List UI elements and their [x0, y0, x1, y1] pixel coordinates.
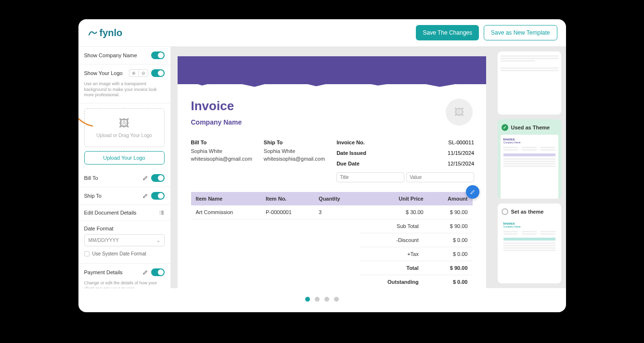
- show-company-label: Show Company Name: [84, 52, 137, 58]
- total-value: $ 90.00: [428, 261, 473, 275]
- list-icon: [159, 210, 165, 216]
- page-dot-3[interactable]: [324, 297, 329, 302]
- bill-to-section: Bill To Sophia White whitesisophia@gmail…: [191, 140, 252, 182]
- theme-preview-3: Invoice Company Name: [501, 219, 558, 283]
- page-dot-2[interactable]: [315, 297, 320, 302]
- invoice-header-banner: [178, 56, 486, 84]
- total-value: $ 0.00: [428, 233, 473, 247]
- show-company-toggle[interactable]: [151, 51, 165, 59]
- logo-dropzone[interactable]: 🖼 Upload or Drag Your Logo: [84, 108, 165, 147]
- page-dot-4[interactable]: [334, 297, 339, 302]
- date-format-select[interactable]: MM/DD/YYYY ⌄: [84, 234, 165, 246]
- bill-to-toggle[interactable]: [151, 174, 165, 182]
- cell-name: Art Commission: [191, 205, 261, 219]
- bill-to-row: Bill To: [78, 169, 170, 187]
- app-frame: Upload Your Logo to showcase your brand …: [78, 19, 566, 312]
- payment-toggle[interactable]: [151, 268, 165, 276]
- upload-logo-button[interactable]: Upload Your Logo: [84, 151, 165, 165]
- col-item-name: Item Name: [191, 192, 261, 205]
- page-dot-1[interactable]: [305, 297, 310, 302]
- payment-label: Payment Details: [84, 269, 123, 275]
- invoice-no-value: SL-000011: [448, 140, 474, 148]
- edit-icon[interactable]: [142, 269, 148, 275]
- bill-to-name: Sophia White: [191, 148, 252, 154]
- col-unit: Unit Price: [360, 192, 428, 205]
- show-company-row: Show Company Name: [78, 47, 170, 64]
- main-area: Show Company Name Show Your Logo ⊕ ⊖ Use…: [78, 47, 566, 288]
- dropzone-label: Upload or Drag Your Logo: [96, 133, 152, 138]
- ship-to-label: Ship To: [84, 193, 102, 199]
- check-icon: ✓: [502, 124, 508, 131]
- theme-card-1[interactable]: [498, 51, 561, 114]
- company-name: Company Name: [191, 118, 242, 126]
- date-issued-label: Date Issued: [336, 150, 366, 156]
- date-format-value: MM/DD/YYYY: [89, 238, 119, 243]
- ship-to-section: Ship To Sophia White whitesisophia@gmail…: [264, 140, 325, 182]
- show-logo-row: Show Your Logo ⊕ ⊖ Use an image with a t…: [78, 64, 170, 103]
- totals-row: Sub Total$ 90.00: [191, 219, 473, 233]
- brand-logo: fynlo: [87, 27, 123, 38]
- use-system-date-row[interactable]: Use System Date Format: [84, 249, 165, 258]
- total-value: $ 0.00: [428, 247, 473, 261]
- edit-document-row[interactable]: Edit Document Details: [78, 205, 170, 221]
- cell-unit: $ 30.00: [360, 205, 428, 219]
- theme-preview-1: [498, 51, 561, 114]
- brand-name: fynlo: [100, 27, 123, 38]
- top-actions: Save The Changes Save as New Template: [416, 25, 557, 40]
- theme-card-active[interactable]: ✓ Used as Theme Invoice Company Name: [498, 119, 561, 199]
- invoice-title: Invoice: [191, 99, 242, 114]
- edit-icon[interactable]: [142, 193, 148, 199]
- info-grid: Bill To Sophia White whitesisophia@gmail…: [191, 140, 473, 182]
- pencil-icon: [470, 189, 476, 195]
- date-format-label: Date Format: [84, 226, 165, 231]
- zoom-in-icon[interactable]: ⊕: [129, 69, 139, 77]
- items-table: Item Name Item No. Quantity Unit Price A…: [191, 192, 473, 288]
- totals-row: Total$ 90.00: [191, 261, 473, 275]
- cell-no: P-0000001: [261, 205, 314, 219]
- total-value: $ 0.00: [428, 275, 473, 289]
- bill-to-email: whitesisophia@gmail.com: [191, 156, 252, 162]
- zoom-out-icon[interactable]: ⊖: [139, 69, 148, 77]
- save-as-template-button[interactable]: Save as New Template: [484, 25, 557, 40]
- ship-to-toggle[interactable]: [151, 192, 165, 200]
- edit-doc-label: Edit Document Details: [84, 210, 137, 216]
- edit-items-fab[interactable]: [466, 185, 479, 199]
- items-table-wrapper: Item Name Item No. Quantity Unit Price A…: [191, 192, 473, 288]
- invoice-paper: Invoice Company Name 🖼 Bill To Sophia Wh…: [178, 56, 486, 288]
- edit-icon[interactable]: [142, 175, 148, 181]
- due-date-value: 12/15/2024: [448, 161, 474, 169]
- show-logo-label: Show Your Logo: [84, 70, 123, 76]
- logo-placeholder: 🖼: [446, 99, 473, 126]
- radio-icon: [502, 208, 508, 215]
- total-label: -Discount: [360, 233, 428, 247]
- invoice-no-label: Invoice No.: [336, 140, 365, 145]
- theme-set-header: Set as theme: [501, 206, 558, 219]
- ship-to-heading: Ship To: [264, 140, 325, 145]
- total-value: $ 90.00: [428, 219, 473, 233]
- theme-card-3[interactable]: Set as theme Invoice Company Name: [498, 203, 561, 283]
- theme-rail: ✓ Used as Theme Invoice Company Name Set…: [493, 47, 566, 288]
- use-system-checkbox[interactable]: [84, 251, 90, 256]
- totals-row: Outstanding$ 0.00: [191, 275, 473, 289]
- col-qty: Quantity: [314, 192, 360, 205]
- theme-preview-2: Invoice Company Name: [501, 135, 558, 199]
- col-item-no: Item No.: [261, 192, 314, 205]
- totals-row: +Tax$ 0.00: [191, 247, 473, 261]
- save-changes-button[interactable]: Save The Changes: [416, 25, 479, 40]
- table-row: Art CommissionP-00000013$ 30.00$ 90.00: [191, 205, 473, 219]
- meta-title-input[interactable]: [336, 172, 404, 182]
- bill-to-heading: Bill To: [191, 140, 252, 145]
- total-label: Sub Total: [360, 219, 428, 233]
- invoice-meta: Invoice No.SL-000011 Date Issued11/15/20…: [336, 140, 474, 182]
- ship-to-row: Ship To: [78, 187, 170, 205]
- payment-hint: Change or edit the details of how your c…: [84, 280, 165, 288]
- use-system-label: Use System Date Format: [92, 251, 146, 256]
- used-theme-label: Used as Theme: [511, 125, 550, 130]
- ship-to-name: Sophia White: [264, 148, 325, 154]
- pagination-dots: [78, 288, 566, 312]
- theme-used-header: ✓ Used as Theme: [501, 122, 558, 135]
- totals-row: -Discount$ 0.00: [191, 233, 473, 247]
- show-logo-toggle[interactable]: [151, 69, 165, 77]
- chevron-down-icon: ⌄: [156, 238, 160, 243]
- meta-value-input[interactable]: [406, 172, 474, 182]
